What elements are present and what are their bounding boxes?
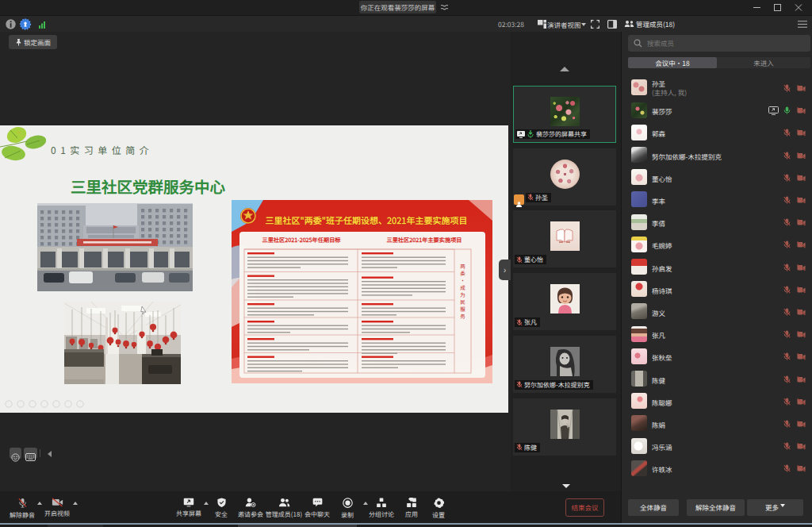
svg-text:务: 务 [460, 312, 465, 320]
svg-text:三里社区"两委"班子任期设想、2021年主要实施项目: 三里社区"两委"班子任期设想、2021年主要实施项目 [266, 213, 468, 226]
svg-text:三里社区2021-2025年任期目标: 三里社区2021-2025年任期目标 [262, 236, 341, 244]
svg-text:三里社区2021年主要实施项目: 三里社区2021年主要实施项目 [386, 236, 462, 244]
